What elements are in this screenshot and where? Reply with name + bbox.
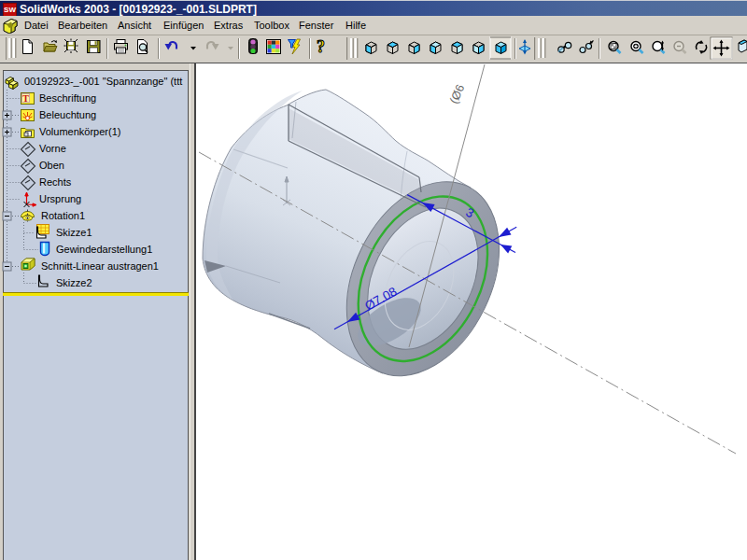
svg-text:?: ? — [317, 37, 325, 56]
svg-text:T: T — [22, 93, 29, 104]
svg-text:(Ø6: (Ø6 — [447, 82, 467, 105]
